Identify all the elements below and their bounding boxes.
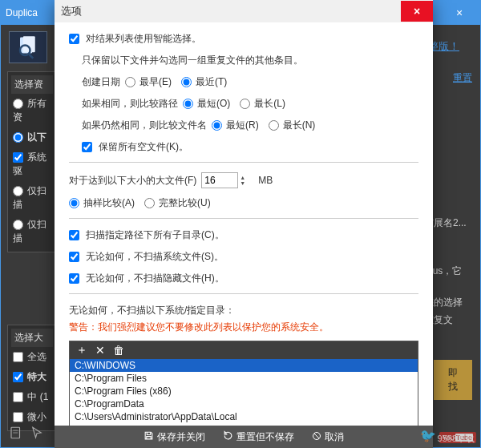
list-item[interactable]: C:\Program Files (x86) [70,385,418,398]
reset-icon [223,430,233,443]
twitter-icon: 🐦 [420,428,436,443]
svg-line-8 [314,434,319,438]
separator [69,162,418,163]
main-close-button[interactable]: × [443,3,475,22]
cancel-icon [312,431,321,443]
reach-size-label: 对于达到以下大小的大文件(F) [69,174,196,188]
check-sysdrive[interactable]: 系统驱 [11,147,53,181]
domain-text: 9553下载 [438,433,475,445]
panel-title-resources: 选择资 [11,75,53,94]
keep-empty-checkbox[interactable] [82,142,92,152]
radio-below[interactable]: 以下 [11,127,53,147]
radio-onlyscan1[interactable]: 仅扫描 [11,181,53,215]
warning-text: 警告：我们强烈建议您不要修改此列表以保护您的系统安全。 [69,321,418,334]
panel-title-size: 选择大 [11,329,53,347]
radio-earliest[interactable]: 最早(E) [125,75,172,89]
noscan-sys-checkbox[interactable] [69,252,79,262]
search-icon-box[interactable] [9,31,47,63]
smart-select-checkbox[interactable] [69,34,79,44]
save-icon [143,430,154,443]
radio-onlyscan2[interactable]: 仅扫描 [11,215,53,248]
left-sidebar: 选择资 所有资 以下 系统驱 仅扫描 仅扫描 选择大 全选 特大 中 (1 微小 [7,71,57,436]
list-item[interactable]: C:\WINDOWS [70,359,418,372]
add-icon[interactable]: ＋ [76,343,87,357]
reset-button[interactable]: 重置但不保存 [223,430,294,444]
create-date-label: 创建日期 [82,75,120,89]
radio-longest-n[interactable]: 最长(N) [269,119,316,132]
document-search-icon [16,35,40,59]
chk-xl[interactable]: 特大 [11,367,53,387]
scan-subdir-checkbox[interactable] [69,230,79,240]
radio-shortest-o[interactable]: 最短(O) [183,97,230,111]
separator-2 [69,218,418,219]
save-button[interactable]: 保存并关闭 [143,430,205,444]
chk-m[interactable]: 中 (1 [11,387,53,407]
radio-longest-l[interactable]: 最长(L) [240,97,285,111]
radio-shortest-r[interactable]: 最短(R) [212,119,259,132]
spin-down-icon[interactable]: ▼ [240,180,245,186]
size-input[interactable] [201,172,238,188]
svg-line-3 [29,54,33,59]
bottom-icon-row [9,426,44,442]
dialog-body: 对结果列表使用智能选择。 只保留以下文件并勾选同一组重复文件的其他条目。 创建日… [55,22,433,440]
dialog-footer: 保存并关闭 重置但不保存 取消 [55,426,433,448]
main-title: Duplica [6,7,38,18]
keep-empty-label: 保留所有空文件(K)。 [99,140,188,154]
keep-only-label: 只保留以下文件并勾选同一组重复文件的其他条目。 [82,54,303,67]
spin-up-icon[interactable]: ▲ [240,175,245,180]
chk-all[interactable]: 全选 [11,347,53,367]
ifsame-name-label: 如果仍然相同，则比较文件名 [82,119,207,132]
exclusion-toolbar: ＋ ✕ 🗑 [70,341,418,359]
list-item[interactable]: C:\Users\Administrator\AppData\Local [70,410,418,423]
separator-3 [69,293,418,294]
noscan-hidden-label: 无论如何，不扫描隐藏文件(H)。 [86,272,224,285]
radio-all[interactable]: 所有资 [11,94,53,127]
dialog-title: 选项 [55,4,82,18]
dialog-close-button[interactable]: × [401,1,433,22]
remove-icon[interactable]: ✕ [95,344,105,357]
list-item[interactable]: C:\Program Files [70,372,418,385]
cancel-button[interactable]: 取消 [312,430,344,444]
ifsame-path-label: 如果相同，则比较路径 [82,97,178,111]
noscan-hidden-checkbox[interactable] [69,273,79,284]
dialog-titlebar: 选项 × [55,0,433,22]
list-item[interactable]: C:\ProgramData [70,398,418,410]
radio-full-compare[interactable]: 完整比较(U) [144,196,211,210]
watermark: 🐦 YouTube 9553下载 [420,428,476,443]
mb-label: MB [258,175,273,186]
noscan-sys-label: 无论如何，不扫描系统文件(S)。 [86,250,224,264]
scan-subdir-label: 扫描指定路径下所有子目录(C)。 [86,228,224,242]
options-dialog: 选项 × 对结果列表使用智能选择。 只保留以下文件并勾选同一组重复文件的其他条目… [55,0,433,448]
action-button[interactable]: 即 找 [434,360,472,400]
trash-icon[interactable]: 🗑 [113,344,124,357]
note-title: 无论如何，不扫描以下系统/指定目录： [69,304,418,317]
doc-icon[interactable] [9,426,23,442]
cursor-icon[interactable] [30,426,44,442]
reset-link[interactable]: 重置 [453,71,472,85]
chk-xs[interactable]: 微小 [11,407,53,427]
smart-select-label: 对结果列表使用智能选择。 [86,32,201,46]
radio-latest[interactable]: 最近(T) [181,75,227,89]
radio-sample-compare[interactable]: 抽样比较(A) [69,196,135,210]
